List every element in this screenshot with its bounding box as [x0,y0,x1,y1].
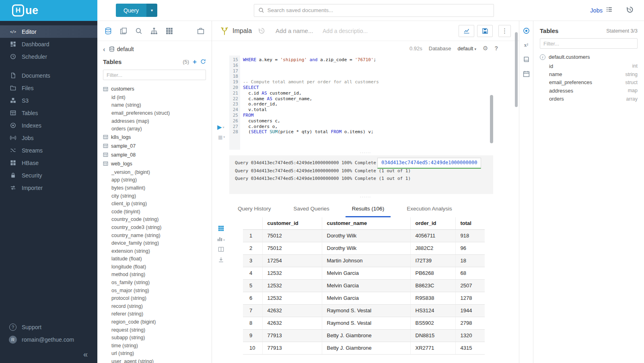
hue-logo[interactable]: H ue [0,0,97,21]
tree-table-k8s-logs[interactable]: k8s_logs [103,133,212,142]
sidebar-item-user[interactable]: R romain@gethue.com [0,333,97,346]
tree-column[interactable]: method (string) [103,271,212,279]
tree-table-customers[interactable]: customers [103,85,212,93]
sidebar-item-hbase[interactable]: HBase [0,157,97,169]
tree-table-sample-08[interactable]: sample_08 [103,151,212,159]
code-line[interactable]: o.order_id, [243,101,519,107]
tree-column[interactable]: extension (string) [103,247,212,255]
sidebar-item-documents[interactable]: Documents [0,69,97,82]
query-dropdown-caret[interactable]: ▾ [146,4,157,17]
results-row[interactable]: 512532Melvin GarciaB8623C2507 [243,279,485,292]
search-input[interactable] [267,7,490,13]
options-caret-icon[interactable]: ▾ [223,135,225,139]
save-button[interactable] [477,25,493,37]
code-line[interactable] [243,63,519,68]
back-chevron-icon[interactable]: ‹ [103,46,105,53]
help-icon[interactable]: ? [494,45,498,52]
tree-column[interactable]: subapp (string) [103,334,212,342]
right-column-addresses[interactable]: addressesmap [549,87,638,95]
collapse-sidebar-button[interactable]: « [83,350,88,359]
sidebar-item-editor[interactable]: </>Editor [0,25,97,38]
add-table-icon[interactable]: + [193,58,197,65]
tree-column[interactable]: app (string) [103,176,212,184]
sidebar-item-files[interactable]: Files [0,82,97,94]
execute-caret-icon[interactable]: ▾ [223,126,224,129]
tree-column[interactable]: client_ip (string) [103,200,212,208]
code-line[interactable]: c.orders o, [243,124,519,130]
code-line[interactable]: SELECT [243,85,519,91]
results-row[interactable]: 612532Melvin GarciaR9S8381278 [243,292,485,304]
tree-column[interactable]: bytes (smallint) [103,184,212,192]
tree-column[interactable]: name (string) [103,101,212,109]
results-col-header[interactable]: customer_name [322,217,410,229]
tree-column[interactable]: country_code (string) [103,216,212,224]
tree-column[interactable]: orders (array) [103,125,212,133]
tree-table-sample-07[interactable]: sample_07 [103,142,212,151]
code-line[interactable]: v.total [243,107,519,113]
query-id-popover[interactable]: 034d413ec7474ed5:4249de1000000000 [377,158,481,169]
refresh-icon[interactable] [200,59,206,64]
settings-gear-icon[interactable]: ⚙ [483,45,488,52]
sidebar-item-dashboard[interactable]: Dashboard [0,38,97,50]
tree-column[interactable]: addresses (map) [103,117,212,125]
tab-results-106[interactable]: Results (106) [346,201,391,217]
results-row[interactable]: 317254Martin JohnsonI72T3918 [243,254,485,267]
tree-column[interactable]: email_preferences (struct) [103,109,212,117]
code-editor[interactable]: ▶▾ ▦▾ 1516171819202122232425262728 WHERE… [212,56,519,150]
tab-saved-queries[interactable]: Saved Queries [287,201,336,217]
results-row[interactable]: 977913Betty J. GiambroneDN88151320 [243,329,485,342]
table-filter-input[interactable] [103,70,206,80]
tree-column[interactable]: city (string) [103,192,212,200]
tree-column[interactable]: device_family (string) [103,239,212,247]
functions-icon[interactable]: x² [524,42,528,48]
snippet-history-icon[interactable] [258,27,265,34]
database-select[interactable]: default▾ [457,45,476,52]
more-options-button[interactable]: ⋮ [498,25,511,37]
sidebar-item-jobs[interactable]: Jobs [0,132,97,144]
results-resize-handle[interactable] [212,194,519,200]
results-row[interactable]: 742632Raymond S. VestalHS31241944 [243,304,485,317]
sidebar-item-streams[interactable]: Streams [0,144,97,157]
tree-column[interactable]: os_major (string) [103,287,212,295]
results-row[interactable]: 275012Dorothy WilkJ882C296 [243,242,485,254]
breadcrumb-database-name[interactable]: default [117,46,134,52]
tab-execution-analysis[interactable]: Execution Analysis [400,201,459,217]
tree-column[interactable]: protocol (string) [103,294,212,302]
code-line[interactable] [243,68,519,74]
tree-column[interactable]: longitude (float) [103,263,212,271]
tree-column[interactable]: _version_ (bigint) [103,168,212,176]
right-column-email-preferences[interactable]: email_preferencesstruct [549,78,638,87]
right-column-name[interactable]: namestring [549,70,638,78]
right-column-id[interactable]: idint [549,62,638,70]
main-scrollbar[interactable] [515,32,518,107]
grid-view-icon[interactable] [218,225,224,231]
download-icon[interactable] [218,257,224,263]
code-line[interactable]: customers c, [243,118,519,124]
tree-column[interactable]: country_name (string) [103,231,212,239]
chart-button[interactable] [459,25,474,37]
results-col-header[interactable]: order_id [410,217,455,229]
sidebar-item-indexes[interactable]: Indexes [0,119,97,132]
tab-query-history[interactable]: Query History [231,201,278,217]
query-history-icon[interactable] [626,6,634,15]
results-col-header[interactable]: total [455,217,485,229]
execute-button[interactable]: ▶▾ [217,124,224,130]
right-filter-input[interactable] [540,38,638,49]
results-col-header[interactable]: customer_id [262,217,322,229]
query-name-input[interactable] [276,27,314,34]
tree-column[interactable]: url (string) [103,350,212,358]
tree-table-web-logs[interactable]: web_logs [103,159,212,168]
assistant-icon[interactable] [523,27,530,34]
language-reference-icon[interactable] [523,56,530,63]
code-line[interactable]: c.id AS customer_id, [243,91,519,96]
editor-code[interactable]: WHERE a.key = 'shipping' and a.zip_code … [240,56,519,150]
documents-source-icon[interactable] [119,27,128,35]
editor-options-button[interactable]: ▦▾ [218,135,225,140]
code-line[interactable]: WHERE a.key = 'shipping' and a.zip_code … [243,57,519,63]
results-row[interactable]: 842632Raymond S. VestalBS59022798 [243,317,485,329]
sidebar-item-importer[interactable]: Importer [0,182,97,194]
hdfs-sitemap-icon[interactable] [150,27,158,35]
tree-column[interactable]: latitude (float) [103,255,212,263]
log-resize-handle[interactable] [212,150,519,155]
chart-view-icon[interactable]: ▾ [217,236,225,242]
